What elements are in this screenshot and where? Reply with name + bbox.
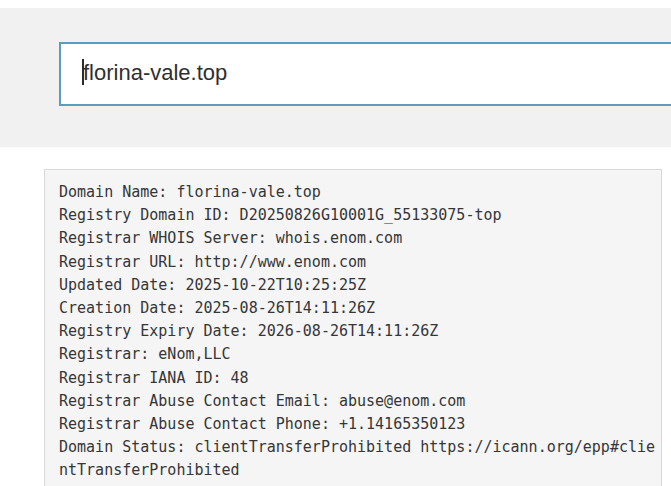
whois-line: Updated Date: 2025-10-22T10:25:25Z bbox=[59, 274, 659, 297]
whois-line: Registry Domain ID: D20250826G10001G_551… bbox=[59, 204, 659, 227]
whois-line: Registrar Abuse Contact Email: abuse@eno… bbox=[59, 390, 659, 413]
whois-line: Domain Status: clientTransferProhibited … bbox=[59, 436, 659, 482]
whois-text: Domain Name: florina-vale.top Registry D… bbox=[59, 181, 659, 483]
whois-line: Registrar WHOIS Server: whois.enom.com bbox=[59, 227, 659, 250]
domain-search-wrap bbox=[59, 42, 671, 106]
whois-line: Registrar IANA ID: 48 bbox=[59, 367, 659, 390]
whois-line: Creation Date: 2025-08-26T14:11:26Z bbox=[59, 297, 659, 320]
whois-line: Registrar URL: http://www.enom.com bbox=[59, 251, 659, 274]
whois-line: Registrar: eNom,LLC bbox=[59, 343, 659, 366]
whois-line: Domain Name: florina-vale.top bbox=[59, 181, 659, 204]
domain-search-input[interactable] bbox=[59, 42, 671, 106]
whois-result-panel: Domain Name: florina-vale.top Registry D… bbox=[44, 169, 662, 486]
whois-line: Registrar Abuse Contact Phone: +1.141653… bbox=[59, 413, 659, 436]
whois-line: Registry Expiry Date: 2026-08-26T14:11:2… bbox=[59, 320, 659, 343]
